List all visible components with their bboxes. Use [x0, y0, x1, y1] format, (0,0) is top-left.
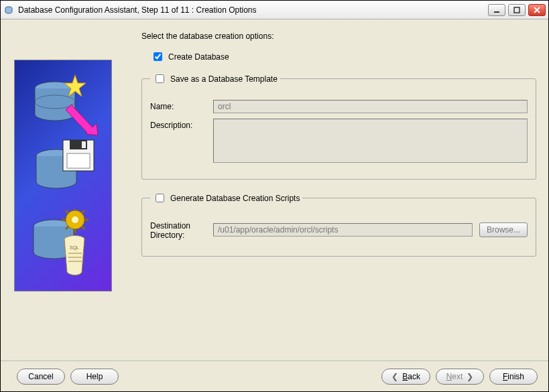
maximize-button[interactable]	[508, 4, 526, 16]
create-database-checkbox[interactable]	[154, 52, 162, 61]
generate-scripts-checkbox[interactable]	[156, 194, 164, 202]
svg-point-24	[72, 216, 78, 223]
create-database-row: Create Database	[151, 50, 536, 63]
main-panel: Select the database creation options: Cr…	[141, 31, 536, 353]
chevron-left-icon: ❮	[391, 372, 398, 381]
close-button[interactable]	[528, 4, 546, 16]
page-heading: Select the database creation options:	[141, 31, 536, 41]
template-name-field[interactable]	[213, 100, 528, 113]
side-panel-graphic: SQL	[14, 60, 112, 291]
svg-line-20	[66, 210, 68, 213]
save-template-legend: Save as a Database Template	[170, 74, 278, 84]
content-area: SQL Select the database creation options…	[1, 19, 548, 360]
svg-line-21	[82, 226, 84, 229]
create-database-label: Create Database	[168, 52, 229, 62]
template-desc-field[interactable]	[213, 119, 528, 163]
window-buttons	[488, 4, 546, 16]
help-button[interactable]: Help	[70, 369, 119, 385]
browse-button[interactable]: Browse...	[479, 222, 528, 237]
template-name-label: Name:	[150, 100, 206, 111]
minimize-button[interactable]	[488, 4, 505, 16]
finish-button[interactable]: Finish	[489, 369, 538, 385]
generate-scripts-legend: Generate Database Creation Scripts	[170, 194, 300, 203]
dest-dir-label: Destination Directory:	[150, 219, 206, 240]
template-desc-label: Description:	[150, 119, 206, 130]
dest-dir-field[interactable]	[213, 223, 473, 237]
cancel-button[interactable]: Cancel	[17, 369, 65, 385]
svg-rect-13	[67, 153, 90, 168]
generate-scripts-group: Generate Database Creation Scripts Desti…	[141, 192, 536, 257]
svg-rect-12	[82, 141, 86, 148]
back-button[interactable]: ❮ Back	[381, 369, 430, 385]
window-title: Database Configuration Assistant, Step 1…	[18, 5, 484, 15]
next-button[interactable]: Next ❯	[436, 369, 484, 385]
svg-marker-8	[66, 105, 98, 135]
save-template-group: Save as a Database Template Name: Descri…	[141, 72, 536, 180]
svg-text:SQL: SQL	[70, 245, 79, 251]
database-scroll-gear-icon: SQL	[23, 209, 103, 283]
app-icon	[3, 5, 14, 15]
titlebar: Database Configuration Assistant, Step 1…	[1, 1, 548, 19]
svg-line-22	[82, 210, 84, 213]
chevron-right-icon: ❯	[467, 372, 473, 381]
save-template-checkbox[interactable]	[156, 74, 164, 83]
database-floppy-icon	[23, 139, 103, 206]
footer-bar: Cancel Help ❮ Back Next ❯ Finish	[1, 361, 548, 391]
svg-rect-2	[514, 7, 520, 13]
database-star-icon	[23, 68, 103, 135]
